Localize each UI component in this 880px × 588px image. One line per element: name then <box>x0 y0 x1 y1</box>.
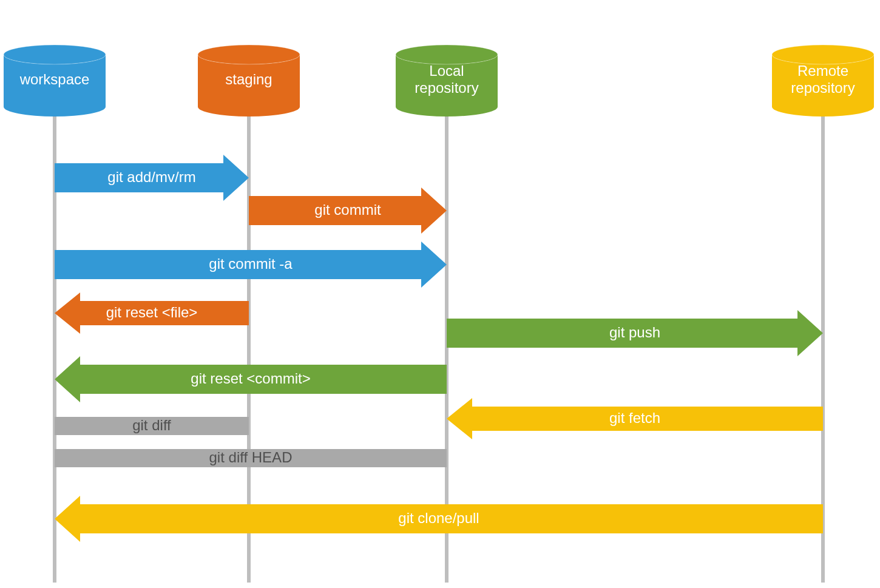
cylinder-local: Localrepository <box>396 45 498 117</box>
cylinder-label-remote-1: repository <box>791 79 855 96</box>
svg-point-4 <box>396 45 498 64</box>
cylinder-workspace: workspace <box>4 45 106 117</box>
arrow-label-git-fetch: git fetch <box>609 410 660 426</box>
arrow-label-git-commit: git commit <box>314 201 381 218</box>
arrow-label-git-reset-commit: git reset <commit> <box>191 370 310 387</box>
svg-point-5 <box>772 45 874 64</box>
cylinder-remote: Remoterepository <box>772 45 874 117</box>
arrow-label-git-push: git push <box>609 324 660 340</box>
arrow-label-git-reset-file: git reset <file> <box>106 304 198 320</box>
git-workflow-diagram: git add/mv/rmgit commitgit commit -agit … <box>0 0 880 588</box>
arrow-git-push: git push <box>447 310 823 356</box>
bar-label-git-diff: git diff <box>132 417 171 433</box>
cylinder-label-workspace-0: workspace <box>19 71 90 87</box>
svg-point-2 <box>4 45 106 64</box>
arrow-git-add: git add/mv/rm <box>55 155 249 201</box>
bar-git-diff-head: git diff HEAD <box>55 449 447 467</box>
arrow-git-clone-pull: git clone/pull <box>55 496 823 542</box>
cylinder-label-local-1: repository <box>415 79 478 96</box>
arrow-git-commit: git commit <box>249 188 447 234</box>
arrow-git-reset-file: git reset <file> <box>55 292 249 334</box>
arrow-label-git-clone-pull: git clone/pull <box>398 510 479 526</box>
svg-point-3 <box>198 45 300 64</box>
arrow-label-git-commit-a: git commit -a <box>209 255 293 272</box>
bar-git-diff: git diff <box>55 417 249 435</box>
cylinder-label-local-0: Local <box>429 63 464 79</box>
bar-label-git-diff-head: git diff HEAD <box>209 449 293 465</box>
cylinder-staging: staging <box>198 45 300 117</box>
cylinder-label-remote-0: Remote <box>797 63 848 79</box>
cylinder-label-staging-0: staging <box>225 71 272 87</box>
arrow-git-fetch: git fetch <box>447 398 823 439</box>
arrow-label-git-add: git add/mv/rm <box>107 169 195 185</box>
